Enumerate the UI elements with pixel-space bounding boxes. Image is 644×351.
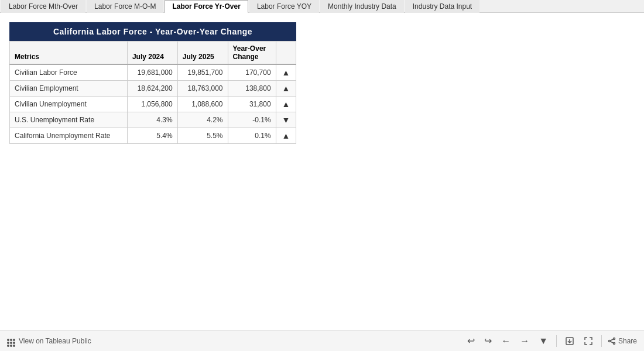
cell-col2: 4.2% xyxy=(177,112,228,128)
cell-direction: ▲ xyxy=(276,97,296,112)
svg-line-5 xyxy=(610,339,613,340)
header-col3: Year-OverChange xyxy=(228,42,276,65)
cell-col1: 5.4% xyxy=(127,128,177,144)
table-title: California Labor Force - Year-Over-Year … xyxy=(9,22,296,41)
undo-button[interactable]: ↩ xyxy=(465,334,477,347)
share-label: Share xyxy=(618,337,637,345)
data-table: Metrics July 2024 July 2025 Year-OverCha… xyxy=(9,41,296,144)
arrow-up-icon: ▲ xyxy=(282,84,290,93)
tab-labor-force-yr-over[interactable]: Labor Force Yr-Over xyxy=(165,0,248,13)
table-container: California Labor Force - Year-Over-Year … xyxy=(9,22,296,144)
cell-change: 170,700 xyxy=(228,64,276,81)
cell-col1: 1,056,800 xyxy=(127,97,177,112)
download-button[interactable] xyxy=(563,335,577,347)
grid-icon xyxy=(7,335,15,347)
cell-direction: ▼ xyxy=(276,112,296,128)
back-button[interactable]: ← xyxy=(499,335,513,347)
tableau-public-label: View on Tableau Public xyxy=(19,337,91,345)
cell-col1: 18,624,200 xyxy=(127,81,177,97)
fullscreen-button[interactable] xyxy=(581,335,595,347)
table-row: Civilian Unemployment 1,056,800 1,088,60… xyxy=(10,97,296,112)
cell-metric: Civilian Labor Force xyxy=(10,64,128,81)
header-col4 xyxy=(276,42,296,65)
arrow-up-icon: ▲ xyxy=(282,131,290,140)
forward-button[interactable]: → xyxy=(518,335,532,347)
cell-metric: U.S. Unemployment Rate xyxy=(10,112,128,128)
toolbar-divider xyxy=(556,335,557,347)
tab-bar: Labor Force Mth-Over Labor Force M-O-M L… xyxy=(0,0,644,13)
tableau-public-link[interactable]: View on Tableau Public xyxy=(7,335,91,347)
cell-col2: 1,088,600 xyxy=(177,97,228,112)
cell-direction: ▲ xyxy=(276,81,296,97)
svg-line-6 xyxy=(610,341,613,342)
cell-col1: 19,681,000 xyxy=(127,64,177,81)
arrow-up-icon: ▲ xyxy=(282,99,290,109)
cell-change: 0.1% xyxy=(228,128,276,144)
cell-col2: 18,763,000 xyxy=(177,81,228,97)
cell-change: 138,800 xyxy=(228,81,276,97)
cell-direction: ▲ xyxy=(276,128,296,144)
redo-button[interactable]: ↪ xyxy=(482,334,494,347)
cell-col1: 4.3% xyxy=(127,112,177,128)
cell-col2: 5.5% xyxy=(177,128,228,144)
table-row: California Unemployment Rate 5.4% 5.5% 0… xyxy=(10,128,296,144)
toolbar-actions: ↩ ↪ ← → ▼ xyxy=(465,334,637,347)
table-row: Civilian Employment 18,624,200 18,763,00… xyxy=(10,81,296,97)
svg-point-4 xyxy=(613,342,615,344)
header-col2: July 2025 xyxy=(177,42,228,65)
svg-point-2 xyxy=(613,338,615,339)
cell-direction: ▲ xyxy=(276,64,296,81)
cell-metric: Civilian Employment xyxy=(10,81,128,97)
table-row: Civilian Labor Force 19,681,000 19,851,7… xyxy=(10,64,296,81)
cell-metric: California Unemployment Rate xyxy=(10,128,128,144)
cell-change: 31,800 xyxy=(228,97,276,112)
header-col1: July 2024 xyxy=(127,42,177,65)
cell-metric: Civilian Unemployment xyxy=(10,97,128,112)
arrow-down-icon: ▼ xyxy=(282,115,290,125)
tab-labor-force-mom[interactable]: Labor Force M-O-M xyxy=(87,0,163,13)
tab-labor-force-yoy[interactable]: Labor Force YOY xyxy=(249,0,319,13)
bottom-bar: View on Tableau Public ↩ ↪ ← → ▼ xyxy=(0,330,644,351)
toolbar-divider-2 xyxy=(601,335,602,347)
main-content: California Labor Force - Year-Over-Year … xyxy=(0,13,644,153)
arrow-up-icon: ▲ xyxy=(282,68,290,77)
share-button[interactable]: Share xyxy=(608,337,637,345)
tab-industry-data-input[interactable]: Industry Data Input xyxy=(405,0,479,13)
tab-monthly-industry-data[interactable]: Monthly Industry Data xyxy=(320,0,404,13)
header-metrics: Metrics xyxy=(10,42,128,65)
cell-change: -0.1% xyxy=(228,112,276,128)
svg-point-3 xyxy=(608,340,610,342)
more-button[interactable]: ▼ xyxy=(536,335,550,347)
table-row: U.S. Unemployment Rate 4.3% 4.2% -0.1% ▼ xyxy=(10,112,296,128)
cell-col2: 19,851,700 xyxy=(177,64,228,81)
tab-labor-force-mth-over[interactable]: Labor Force Mth-Over xyxy=(1,0,85,13)
